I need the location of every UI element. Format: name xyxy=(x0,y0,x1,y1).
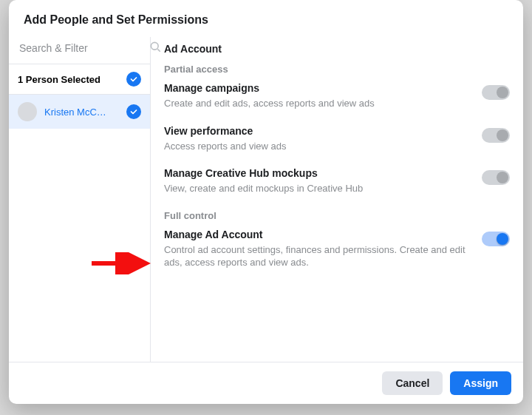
permission-desc: View, create and edit mockups in Creativ… xyxy=(164,182,471,195)
selected-count-row: 1 Person Selected xyxy=(9,64,150,95)
permission-title: View performance xyxy=(164,125,471,137)
search-input[interactable] xyxy=(19,42,149,54)
person-row[interactable]: Kristen McC… xyxy=(9,95,150,129)
permission-desc: Control ad account settings, finances an… xyxy=(164,243,471,269)
permission-title: Manage Ad Account xyxy=(164,229,471,240)
check-icon xyxy=(126,104,141,119)
cancel-button[interactable]: Cancel xyxy=(382,371,443,395)
toggle-manage-campaigns[interactable] xyxy=(482,85,510,100)
permission-title: Manage campaigns xyxy=(164,82,471,94)
permissions-panel: Ad Account Partial access Manage campaig… xyxy=(151,37,523,362)
permissions-modal: Add People and Set Permissions 1 Person … xyxy=(9,0,523,404)
modal-footer: Cancel Assign xyxy=(9,362,523,404)
people-panel: 1 Person Selected Kristen McC… xyxy=(9,37,151,362)
modal-title: Add People and Set Permissions xyxy=(9,0,523,37)
avatar xyxy=(18,102,37,121)
asset-heading: Ad Account xyxy=(164,43,510,55)
permission-manage-account: Manage Ad Account Control ad account set… xyxy=(164,229,510,269)
person-name: Kristen McC… xyxy=(44,107,119,118)
check-icon xyxy=(126,72,141,87)
selected-count-label: 1 Person Selected xyxy=(18,74,100,85)
permission-desc: Access reports and view ads xyxy=(164,140,471,153)
toggle-creative-hub[interactable] xyxy=(482,170,510,185)
toggle-manage-account[interactable] xyxy=(482,232,510,246)
permission-desc: Create and edit ads, access reports and … xyxy=(164,97,471,110)
permission-creative-hub: Manage Creative Hub mockups View, create… xyxy=(164,167,510,195)
permission-title: Manage Creative Hub mockups xyxy=(164,167,471,179)
permission-view-performance: View performance Access reports and view… xyxy=(164,125,510,153)
toggle-view-performance[interactable] xyxy=(482,128,510,143)
permission-manage-campaigns: Manage campaigns Create and edit ads, ac… xyxy=(164,82,510,110)
full-control-label: Full control xyxy=(164,210,510,221)
assign-button[interactable]: Assign xyxy=(450,371,511,395)
partial-access-label: Partial access xyxy=(164,64,510,75)
